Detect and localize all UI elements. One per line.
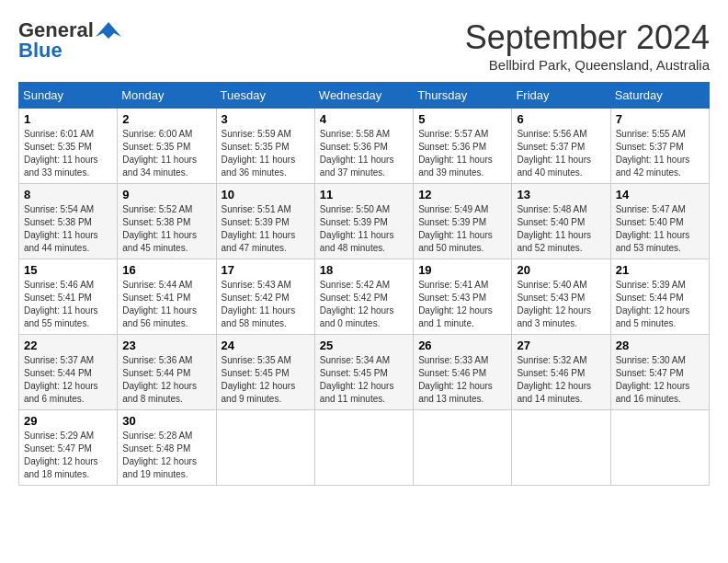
day-info: Sunrise: 5:37 AMSunset: 5:44 PMDaylight:… xyxy=(24,354,112,406)
calendar-cell: 6Sunrise: 5:56 AMSunset: 5:37 PMDaylight… xyxy=(512,109,610,184)
column-header-friday: Friday xyxy=(512,83,610,109)
logo: General Blue xyxy=(18,18,121,63)
day-number: 12 xyxy=(418,188,506,201)
day-number: 11 xyxy=(320,188,408,201)
column-header-sunday: Sunday xyxy=(19,83,118,109)
day-info: Sunrise: 5:43 AMSunset: 5:42 PMDaylight:… xyxy=(222,279,310,330)
day-info: Sunrise: 5:32 AMSunset: 5:46 PMDaylight:… xyxy=(517,354,605,406)
calendar-cell xyxy=(512,410,610,486)
calendar-cell: 7Sunrise: 5:55 AMSunset: 5:37 PMDaylight… xyxy=(610,109,709,184)
day-number: 18 xyxy=(320,263,408,277)
day-number: 16 xyxy=(122,263,210,277)
calendar-cell: 22Sunrise: 5:37 AMSunset: 5:44 PMDayligh… xyxy=(19,335,118,410)
day-info: Sunrise: 5:40 AMSunset: 5:43 PMDaylight:… xyxy=(517,279,605,330)
day-info: Sunrise: 5:42 AMSunset: 5:42 PMDaylight:… xyxy=(320,279,408,330)
calendar-cell: 18Sunrise: 5:42 AMSunset: 5:42 PMDayligh… xyxy=(314,259,413,335)
calendar-cell: 4Sunrise: 5:58 AMSunset: 5:36 PMDaylight… xyxy=(314,109,413,184)
day-number: 1 xyxy=(24,112,112,126)
calendar-cell: 12Sunrise: 5:49 AMSunset: 5:39 PMDayligh… xyxy=(414,184,512,259)
logo-blue-text: Blue xyxy=(18,39,63,63)
day-info: Sunrise: 5:57 AMSunset: 5:36 PMDaylight:… xyxy=(418,128,506,179)
day-info: Sunrise: 5:28 AMSunset: 5:48 PMDaylight:… xyxy=(122,430,210,481)
calendar-cell: 3Sunrise: 5:59 AMSunset: 5:35 PMDaylight… xyxy=(216,109,314,184)
calendar-cell xyxy=(414,410,512,486)
day-info: Sunrise: 5:48 AMSunset: 5:40 PMDaylight:… xyxy=(517,203,605,255)
calendar-week-row: 1Sunrise: 6:01 AMSunset: 5:35 PMDaylight… xyxy=(19,109,710,184)
calendar-cell: 1Sunrise: 6:01 AMSunset: 5:35 PMDaylight… xyxy=(19,109,118,184)
calendar-cell: 26Sunrise: 5:33 AMSunset: 5:46 PMDayligh… xyxy=(414,335,512,410)
day-number: 30 xyxy=(122,414,210,428)
day-number: 10 xyxy=(222,188,310,201)
day-info: Sunrise: 6:01 AMSunset: 5:35 PMDaylight:… xyxy=(24,128,112,179)
calendar-cell: 21Sunrise: 5:39 AMSunset: 5:44 PMDayligh… xyxy=(610,259,709,335)
day-info: Sunrise: 5:33 AMSunset: 5:46 PMDaylight:… xyxy=(418,354,506,406)
calendar-cell xyxy=(314,410,413,486)
column-header-thursday: Thursday xyxy=(414,83,512,109)
calendar-cell: 9Sunrise: 5:52 AMSunset: 5:38 PMDaylight… xyxy=(118,184,216,259)
calendar-cell: 8Sunrise: 5:54 AMSunset: 5:38 PMDaylight… xyxy=(19,184,118,259)
day-info: Sunrise: 5:59 AMSunset: 5:35 PMDaylight:… xyxy=(222,128,310,179)
day-info: Sunrise: 5:51 AMSunset: 5:39 PMDaylight:… xyxy=(222,203,310,255)
calendar-cell: 23Sunrise: 5:36 AMSunset: 5:44 PMDayligh… xyxy=(118,335,216,410)
day-info: Sunrise: 5:49 AMSunset: 5:39 PMDaylight:… xyxy=(418,203,506,255)
calendar-cell xyxy=(216,410,314,486)
column-header-wednesday: Wednesday xyxy=(314,83,413,109)
location-text: Bellbird Park, Queensland, Australia xyxy=(465,57,710,73)
day-info: Sunrise: 5:56 AMSunset: 5:37 PMDaylight:… xyxy=(517,128,605,179)
day-info: Sunrise: 5:39 AMSunset: 5:44 PMDaylight:… xyxy=(616,279,704,330)
calendar-cell: 2Sunrise: 6:00 AMSunset: 5:35 PMDaylight… xyxy=(118,109,216,184)
day-info: Sunrise: 5:30 AMSunset: 5:47 PMDaylight:… xyxy=(616,354,704,406)
day-number: 19 xyxy=(418,263,506,277)
day-number: 25 xyxy=(320,339,408,352)
day-info: Sunrise: 5:29 AMSunset: 5:47 PMDaylight:… xyxy=(24,430,112,481)
calendar-cell: 15Sunrise: 5:46 AMSunset: 5:41 PMDayligh… xyxy=(19,259,118,335)
day-number: 29 xyxy=(24,414,112,428)
calendar-cell: 11Sunrise: 5:50 AMSunset: 5:39 PMDayligh… xyxy=(314,184,413,259)
day-number: 20 xyxy=(517,263,605,277)
day-number: 7 xyxy=(616,112,704,126)
calendar-cell: 29Sunrise: 5:29 AMSunset: 5:47 PMDayligh… xyxy=(19,410,118,486)
calendar-week-row: 29Sunrise: 5:29 AMSunset: 5:47 PMDayligh… xyxy=(19,410,710,486)
calendar-cell xyxy=(610,410,709,486)
calendar-cell: 20Sunrise: 5:40 AMSunset: 5:43 PMDayligh… xyxy=(512,259,610,335)
day-number: 3 xyxy=(222,112,310,126)
day-info: Sunrise: 6:00 AMSunset: 5:35 PMDaylight:… xyxy=(122,128,210,179)
day-info: Sunrise: 5:44 AMSunset: 5:41 PMDaylight:… xyxy=(122,279,210,330)
day-number: 6 xyxy=(517,112,605,126)
day-info: Sunrise: 5:55 AMSunset: 5:37 PMDaylight:… xyxy=(616,128,704,179)
day-number: 2 xyxy=(122,112,210,126)
calendar-cell: 25Sunrise: 5:34 AMSunset: 5:45 PMDayligh… xyxy=(314,335,413,410)
column-header-saturday: Saturday xyxy=(610,83,709,109)
day-number: 5 xyxy=(418,112,506,126)
calendar-week-row: 8Sunrise: 5:54 AMSunset: 5:38 PMDaylight… xyxy=(19,184,710,259)
day-info: Sunrise: 5:34 AMSunset: 5:45 PMDaylight:… xyxy=(320,354,408,406)
day-number: 14 xyxy=(616,188,704,201)
day-number: 8 xyxy=(24,188,112,201)
day-number: 26 xyxy=(418,339,506,352)
title-block: September 2024 Bellbird Park, Queensland… xyxy=(465,18,710,73)
calendar-cell: 14Sunrise: 5:47 AMSunset: 5:40 PMDayligh… xyxy=(610,184,709,259)
day-number: 4 xyxy=(320,112,408,126)
day-info: Sunrise: 5:50 AMSunset: 5:39 PMDaylight:… xyxy=(320,203,408,255)
day-number: 27 xyxy=(517,339,605,352)
day-number: 23 xyxy=(122,339,210,352)
day-info: Sunrise: 5:47 AMSunset: 5:40 PMDaylight:… xyxy=(616,203,704,255)
day-info: Sunrise: 5:52 AMSunset: 5:38 PMDaylight:… xyxy=(122,203,210,255)
day-number: 24 xyxy=(222,339,310,352)
calendar-cell: 13Sunrise: 5:48 AMSunset: 5:40 PMDayligh… xyxy=(512,184,610,259)
day-info: Sunrise: 5:35 AMSunset: 5:45 PMDaylight:… xyxy=(222,354,310,406)
calendar-cell: 16Sunrise: 5:44 AMSunset: 5:41 PMDayligh… xyxy=(118,259,216,335)
day-info: Sunrise: 5:58 AMSunset: 5:36 PMDaylight:… xyxy=(320,128,408,179)
calendar-table: SundayMondayTuesdayWednesdayThursdayFrid… xyxy=(18,82,710,486)
logo-bird-icon xyxy=(96,20,121,40)
calendar-week-row: 15Sunrise: 5:46 AMSunset: 5:41 PMDayligh… xyxy=(19,259,710,335)
day-info: Sunrise: 5:36 AMSunset: 5:44 PMDaylight:… xyxy=(122,354,210,406)
day-number: 15 xyxy=(24,263,112,277)
calendar-cell: 17Sunrise: 5:43 AMSunset: 5:42 PMDayligh… xyxy=(216,259,314,335)
day-info: Sunrise: 5:46 AMSunset: 5:41 PMDaylight:… xyxy=(24,279,112,330)
calendar-cell: 28Sunrise: 5:30 AMSunset: 5:47 PMDayligh… xyxy=(610,335,709,410)
day-info: Sunrise: 5:54 AMSunset: 5:38 PMDaylight:… xyxy=(24,203,112,255)
svg-marker-0 xyxy=(96,22,121,39)
day-number: 17 xyxy=(222,263,310,277)
calendar-header-row: SundayMondayTuesdayWednesdayThursdayFrid… xyxy=(19,83,710,109)
